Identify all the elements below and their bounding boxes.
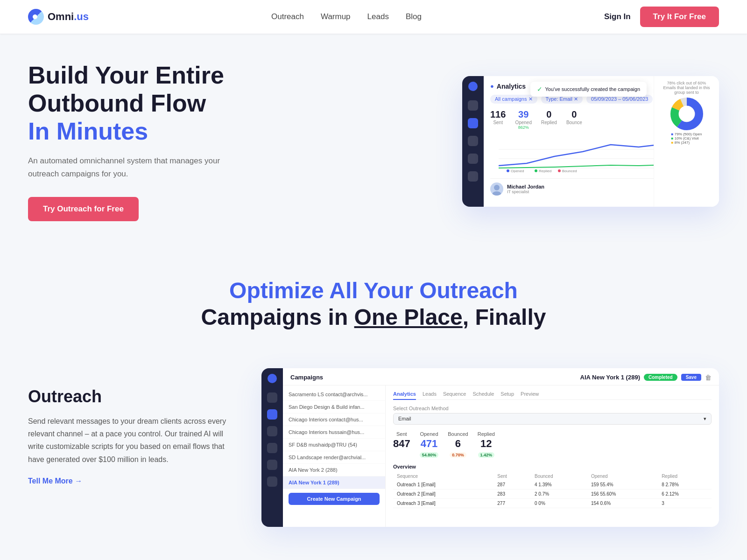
tab-sequence[interactable]: Sequence xyxy=(443,391,466,397)
camp-logo xyxy=(268,374,277,383)
nav-links: Outreach Warmup Leads Blog xyxy=(271,12,422,21)
col-sent: Sent xyxy=(493,472,531,480)
hero-section: Build Your Entire Outbound Flow In Minut… xyxy=(0,34,747,240)
col-replied: Replied xyxy=(658,472,712,480)
chevron-down-icon: ▾ xyxy=(704,416,706,422)
hero-subtitle: An automated omnichannel system that man… xyxy=(28,154,224,180)
nav-blog[interactable]: Blog xyxy=(406,12,422,21)
brand-name: Omni.us xyxy=(48,11,89,23)
tab-leads[interactable]: Leads xyxy=(423,391,437,397)
campaigns-label: Campaigns xyxy=(290,374,323,381)
list-item[interactable]: Chicago Interiors hussain@hus... xyxy=(283,426,385,439)
metric-opened: Opened 471 54.80% xyxy=(420,431,439,458)
tab-analytics[interactable]: Analytics xyxy=(393,391,416,400)
completed-badge: Completed xyxy=(644,374,677,381)
tab-preview[interactable]: Preview xyxy=(521,391,539,397)
metric-replied: Replied 12 1.42% xyxy=(478,431,495,458)
campaign-tabs: Analytics Leads Sequence Schedule Setup … xyxy=(393,391,712,400)
outreach-section: Outreach Send relevant messages to your … xyxy=(0,350,747,560)
delete-icon[interactable]: 🗑 xyxy=(705,374,712,381)
svg-point-7 xyxy=(558,169,561,172)
hero-dashboard-card: ● Analytics All campaigns ✕ Type: Email … xyxy=(462,76,719,207)
campaign-header-right: AIA New York 1 (289) Completed Save 🗑 xyxy=(580,374,712,381)
section2-title: Optimize All Your Outreach Campaigns in … xyxy=(28,277,719,331)
dash-icon-3 xyxy=(468,136,478,146)
dashboard-sidebar xyxy=(462,76,484,207)
svg-text:Opened: Opened xyxy=(511,169,524,173)
svg-point-5 xyxy=(535,169,537,172)
signin-button[interactable]: Sign In xyxy=(604,12,631,21)
svg-point-9 xyxy=(494,185,500,190)
table-row: Outreach 1 [Email] 287 4 1.39% 159 55.4%… xyxy=(393,480,712,490)
campaign-table: Sequence Sent Bounced Opened Replied xyxy=(393,472,712,508)
method-select[interactable]: Email ▾ xyxy=(393,413,712,425)
hero-left: Build Your Entire Outbound Flow In Minut… xyxy=(28,62,261,221)
metric-bounced: Bounced 6 0.70% xyxy=(448,431,468,458)
user-info: Michael Jordan IT specialist xyxy=(507,184,544,194)
try-free-button[interactable]: Try It For Free xyxy=(640,7,719,27)
nav-outreach[interactable]: Outreach xyxy=(271,12,304,21)
list-item[interactable]: Sacramento LS contact@archvis... xyxy=(283,388,385,401)
filter-campaigns: All campaigns ✕ xyxy=(490,95,537,104)
dash-icon-5 xyxy=(468,171,478,182)
campaign-dashboard: Campaigns AIA New York 1 (289) Completed… xyxy=(261,368,719,527)
svg-point-10 xyxy=(492,191,501,196)
navbar: Omni.us Outreach Warmup Leads Blog Sign … xyxy=(0,0,747,34)
user-avatar xyxy=(490,182,503,196)
stat-sent: 116 Sent xyxy=(490,109,506,130)
camp-icon-3 xyxy=(267,426,277,436)
tab-schedule[interactable]: Schedule xyxy=(472,391,494,397)
stat-opened: 39 Opened 862% xyxy=(515,109,532,130)
hero-title: Build Your Entire Outbound Flow In Minut… xyxy=(28,62,261,145)
outreach-left: Outreach Send relevant messages to your … xyxy=(28,368,233,485)
list-item[interactable]: SF D&B mushaidp@TRU (54) xyxy=(283,439,385,451)
campaign-sidebar xyxy=(261,368,283,527)
list-item-active[interactable]: AIA New York 1 (289) xyxy=(283,476,385,489)
logo-icon xyxy=(28,9,44,25)
svg-point-3 xyxy=(507,169,509,172)
tell-more-link[interactable]: Tell Me More → xyxy=(28,477,82,485)
toast-check-icon: ✓ xyxy=(537,85,543,93)
list-item[interactable]: Chicago Interiors contact@hus... xyxy=(283,413,385,426)
camp-icon-6 xyxy=(267,476,277,487)
camp-icon-1 xyxy=(267,392,277,403)
campaign-content: Campaigns AIA New York 1 (289) Completed… xyxy=(283,368,719,527)
stat-replied: 0 Replied xyxy=(541,109,557,130)
campaign-list: Sacramento LS contact@archvis... San Die… xyxy=(283,385,386,527)
table-row: Outreach 2 [Email] 283 2 0.7% 156 55.60%… xyxy=(393,489,712,498)
create-campaign-button[interactable]: Create New Campaign xyxy=(289,493,380,505)
dash-logo-icon xyxy=(468,82,478,91)
logo[interactable]: Omni.us xyxy=(28,9,89,25)
metric-sent: Sent 847 xyxy=(393,431,410,458)
list-item[interactable]: AIA New York 2 (288) xyxy=(283,464,385,476)
campaign-header: Campaigns AIA New York 1 (289) Completed… xyxy=(283,368,719,385)
dash-icon-1 xyxy=(468,100,478,111)
list-item[interactable]: San Diego Design & Build infan... xyxy=(283,401,385,413)
section2: Optimize All Your Outreach Campaigns in … xyxy=(0,240,747,350)
dash-icon-4 xyxy=(468,154,478,164)
nav-leads[interactable]: Leads xyxy=(367,12,389,21)
nav-warmup[interactable]: Warmup xyxy=(321,12,351,21)
campaign-detail: Analytics Leads Sequence Schedule Setup … xyxy=(386,385,719,527)
save-badge[interactable]: Save xyxy=(681,374,701,381)
hero-cta-button[interactable]: Try Outreach for Free xyxy=(28,197,139,221)
method-label: Select Outreach Method xyxy=(393,406,712,411)
outreach-right: Campaigns AIA New York 1 (289) Completed… xyxy=(261,368,719,527)
tab-setup[interactable]: Setup xyxy=(500,391,514,397)
camp-icon-5 xyxy=(267,460,277,470)
campaign-overview: Overview Sequence Sent Bounced Opened Re… xyxy=(393,464,712,508)
camp-icon-4 xyxy=(267,443,277,453)
hero-dashboard: ● Analytics All campaigns ✕ Type: Email … xyxy=(280,76,719,207)
stat-bounce: 0 Bounce xyxy=(566,109,582,130)
pie-chart-panel: 78% click out of 60%Emails that landed i… xyxy=(654,76,719,207)
table-row: Outreach 3 [Email] 277 0 0% 154 0.6% 3 xyxy=(393,498,712,508)
toast-notification: ✓ You've successfully created the campai… xyxy=(530,82,647,97)
nav-right: Sign In Try It For Free xyxy=(604,7,719,27)
dash-icon-2 xyxy=(468,118,478,128)
list-item[interactable]: SD Landscape render@archvial... xyxy=(283,451,385,464)
outreach-heading: Outreach xyxy=(28,387,233,406)
outreach-description: Send relevant messages to your dream cli… xyxy=(28,415,233,466)
col-opened: Opened xyxy=(587,472,658,480)
col-bounced: Bounced xyxy=(531,472,587,480)
svg-text:Bounced: Bounced xyxy=(562,169,577,173)
